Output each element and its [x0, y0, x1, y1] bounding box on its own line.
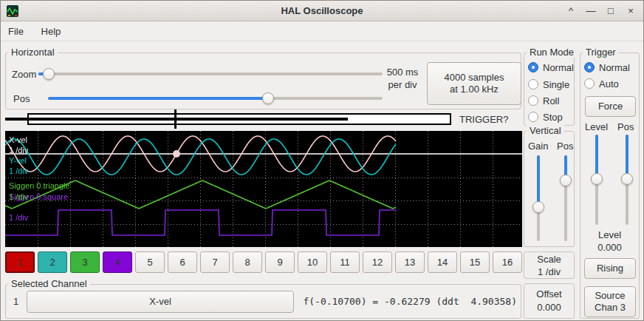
- scope-channel-label: 1 /div: [9, 146, 28, 155]
- zoom-slider-track: [38, 72, 383, 75]
- trigger-group: Trigger Normal Auto Force Level Pos Leve…: [580, 53, 640, 319]
- menu-help[interactable]: Help: [34, 23, 69, 40]
- trigger-group-label: Trigger: [583, 47, 619, 58]
- maximize-icon[interactable]: □: [606, 1, 616, 21]
- trigger-level-readout-label: Level: [580, 229, 639, 240]
- vertical-group: Vertical Gain Pos: [524, 131, 575, 247]
- channel-button-15[interactable]: 15: [460, 251, 490, 273]
- trigger-mode-auto[interactable]: Auto: [584, 78, 619, 89]
- scope-channel-label: 1 /div: [9, 213, 28, 222]
- scope-channel-label: 1 /div: [9, 192, 28, 201]
- channel-button-8[interactable]: 8: [233, 251, 262, 273]
- scope-channel-label: 1 /div: [9, 166, 28, 175]
- radio-off-icon[interactable]: [528, 112, 538, 122]
- trigger-position-marker[interactable]: [174, 109, 177, 129]
- trigger-pos-label: Pos: [617, 121, 634, 132]
- channel-button-16[interactable]: 16: [493, 251, 522, 273]
- trigger-edge-button[interactable]: Rising: [584, 258, 636, 279]
- pos-slider-fill: [48, 97, 268, 100]
- gain-label: Gain: [528, 141, 548, 152]
- channel-button-5[interactable]: 5: [135, 251, 165, 273]
- window-title: HAL Oscilloscope: [1, 1, 643, 21]
- trigger-source-button[interactable]: Source Chan 3: [584, 286, 636, 317]
- trigger-level-label: Level: [585, 121, 608, 132]
- pos-slider-handle[interactable]: [262, 92, 274, 104]
- channel-button-2[interactable]: 2: [38, 251, 67, 273]
- samples-button[interactable]: 4000 samples at 1.00 kHz: [427, 62, 521, 105]
- vertical-pos-label: Pos: [557, 141, 573, 152]
- vertical-pos-handle[interactable]: [560, 175, 572, 186]
- channel-name-button[interactable]: X-vel: [27, 291, 294, 313]
- channel-button-7[interactable]: 7: [200, 251, 230, 273]
- close-icon[interactable]: ×: [626, 1, 636, 21]
- gain-slider-handle[interactable]: [532, 201, 544, 213]
- zoom-slider[interactable]: [38, 67, 383, 81]
- channel-button-1[interactable]: 1: [5, 251, 35, 273]
- timebase-line2: per div: [380, 78, 425, 91]
- channel-button-4[interactable]: 4: [103, 251, 132, 273]
- trigger-source-line1: Source: [595, 290, 625, 302]
- channel-button-3[interactable]: 3: [70, 251, 100, 273]
- samples-line2: at 1.00 kHz: [450, 84, 499, 95]
- offset-box: Offset 0.000: [524, 283, 575, 319]
- trigger-source-line2: Chan 3: [595, 302, 626, 314]
- radio-off-icon[interactable]: [528, 95, 538, 106]
- horizontal-group-label: Horizontal: [8, 47, 58, 58]
- run-mode-normal-label: Normal: [543, 62, 574, 73]
- window-controls: ^ — □ ×: [566, 1, 636, 21]
- shade-icon[interactable]: ^: [566, 1, 576, 21]
- channel-button-13[interactable]: 13: [395, 251, 425, 273]
- titlebar: HAL Oscilloscope ^ — □ ×: [1, 1, 643, 21]
- channel-button-12[interactable]: 12: [363, 251, 392, 273]
- scope-channel-label: Y-vel: [9, 156, 27, 165]
- radio-off-icon[interactable]: [584, 78, 595, 89]
- run-mode-roll[interactable]: Roll: [528, 95, 559, 107]
- run-mode-group-label: Run Mode: [527, 47, 577, 58]
- scope-channel-label: Siggen 0.triangle: [9, 181, 70, 190]
- channel-name-label: X-vel: [149, 296, 171, 308]
- run-mode-single[interactable]: Single: [528, 78, 569, 90]
- menu-file[interactable]: File: [1, 23, 31, 40]
- run-mode-stop-label: Stop: [543, 112, 563, 123]
- horizontal-group: Horizontal Zoom 500 ms per div 4000 samp…: [5, 53, 521, 109]
- vertical-pos-slider[interactable]: [559, 155, 572, 241]
- pos-label: Pos: [13, 93, 30, 104]
- timebase-readout: 500 ms per div: [380, 66, 425, 91]
- timebase-line1: 500 ms: [380, 66, 425, 78]
- samples-line1: 4000 samples: [445, 72, 504, 84]
- zoom-slider-handle[interactable]: [43, 68, 55, 80]
- run-mode-stop[interactable]: Stop: [528, 111, 563, 123]
- gain-slider-fill: [537, 155, 540, 207]
- scope-display: X-vel1 /divY-vel1 /divSiggen 0.triangleS…: [5, 131, 522, 247]
- channel-button-14[interactable]: 14: [428, 251, 457, 273]
- radio-off-icon[interactable]: [528, 79, 538, 89]
- selected-channel-group-label: Selected Channel: [8, 278, 90, 289]
- minimize-icon[interactable]: —: [586, 1, 596, 21]
- scope-channel-label: X-vel: [9, 135, 27, 144]
- trigger-level-handle[interactable]: [591, 173, 603, 185]
- trigger-status-label: TRIGGER?: [459, 114, 508, 125]
- menubar: File Help: [1, 22, 643, 41]
- force-button[interactable]: Force: [585, 96, 636, 117]
- scale-value: 1 /div: [524, 266, 574, 278]
- radio-on-icon[interactable]: [528, 62, 538, 72]
- channel-button-6[interactable]: 6: [168, 251, 197, 273]
- channel-button-9[interactable]: 9: [265, 251, 295, 273]
- trigger-pos-fill: [626, 135, 628, 179]
- run-mode-single-label: Single: [543, 79, 569, 90]
- channel-button-10[interactable]: 10: [298, 251, 327, 273]
- run-mode-normal[interactable]: Normal: [528, 61, 574, 73]
- offset-label: Offset: [524, 288, 574, 301]
- vertical-group-label: Vertical: [527, 125, 564, 136]
- horizontal-pos-slider[interactable]: [48, 92, 383, 105]
- radio-on-icon[interactable]: [584, 62, 595, 72]
- trigger-edge-label: Rising: [597, 263, 623, 274]
- gain-slider[interactable]: [532, 155, 545, 241]
- channel-button-11[interactable]: 11: [330, 251, 360, 273]
- trigger-mode-normal[interactable]: Normal: [584, 61, 630, 73]
- offset-value: 0.000: [524, 301, 574, 314]
- trigger-pos-slider[interactable]: [620, 135, 634, 225]
- zoom-label: Zoom: [12, 69, 36, 80]
- trigger-level-slider[interactable]: [590, 135, 603, 225]
- trigger-pos-handle[interactable]: [621, 173, 633, 185]
